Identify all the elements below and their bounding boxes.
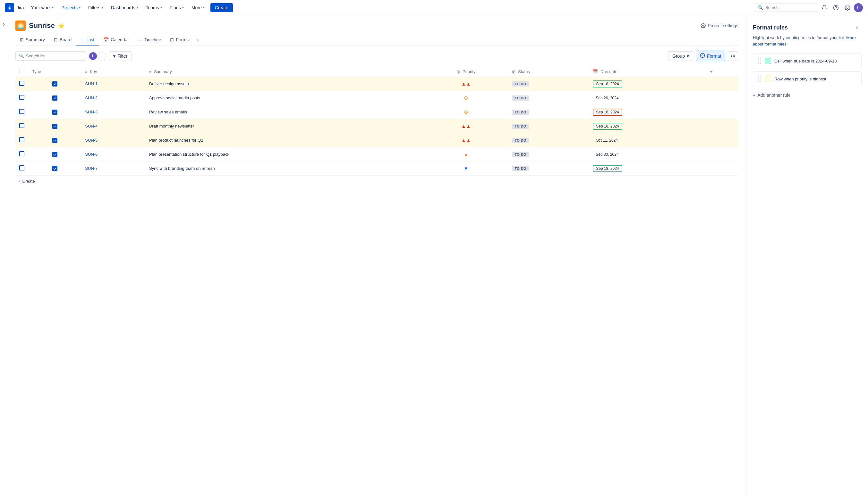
close-panel-button[interactable]: ✕ xyxy=(853,23,862,32)
row-checkbox[interactable] xyxy=(19,151,25,156)
table-row: SUN-2 Approve social media posts ⊝ TO DO… xyxy=(15,91,738,105)
chevron-down-icon: ▾ xyxy=(79,6,80,9)
tab-forms[interactable]: ⊡ Forms xyxy=(165,35,193,46)
issue-key[interactable]: SUN-4 xyxy=(85,124,98,128)
format-icon xyxy=(700,53,705,59)
search-list-input[interactable]: 🔍 Search list xyxy=(15,51,86,61)
row-checkbox[interactable] xyxy=(19,165,25,170)
avatar-group: L + xyxy=(89,51,106,61)
board-tab-icon: ⊟ xyxy=(54,37,58,42)
status-badge: TO DO xyxy=(512,166,529,171)
issue-summary[interactable]: Draft monthly newsletter xyxy=(149,124,194,128)
drag-handle-icon xyxy=(758,76,762,82)
chevron-down-icon: ▾ xyxy=(203,6,205,9)
format-rule[interactable]: Cell when due date is 2024-09-18 xyxy=(753,53,862,68)
add-column-button[interactable]: + xyxy=(706,66,738,77)
format-button[interactable]: Format xyxy=(696,51,725,61)
issue-summary[interactable]: Review sales emails xyxy=(149,110,187,114)
avatar-user1[interactable]: L xyxy=(89,51,98,61)
add-rule-button[interactable]: + Add another rule xyxy=(753,89,791,101)
issue-summary[interactable]: Sync with branding team on refresh xyxy=(149,166,215,171)
due-date: Sep 26, 2024 xyxy=(593,95,621,101)
due-date: Sep 18, 2024 xyxy=(593,165,622,172)
issue-key[interactable]: SUN-5 xyxy=(85,138,98,143)
project-settings-button[interactable]: Project settings xyxy=(701,23,738,28)
issue-key[interactable]: SUN-2 xyxy=(85,95,98,100)
due-date: Oct 11, 2024 xyxy=(593,137,621,143)
nav-more[interactable]: More ▾ xyxy=(188,4,208,12)
chevron-down-icon: ▾ xyxy=(182,6,184,9)
create-button[interactable]: Create xyxy=(210,3,233,12)
logo[interactable]: Jira xyxy=(5,3,24,12)
rule-label: Row when priority is highest xyxy=(774,77,857,81)
issue-type-icon xyxy=(52,152,57,157)
due-date: Sep 18, 2024 xyxy=(593,123,622,130)
add-person-button[interactable]: + xyxy=(98,51,106,61)
star-icon[interactable]: ⭐ xyxy=(58,23,64,29)
format-rule[interactable]: Row when priority is highest xyxy=(753,72,862,86)
nav-projects[interactable]: Projects ▾ xyxy=(58,4,84,12)
forms-tab-icon: ⊡ xyxy=(170,37,174,42)
project-icon: 🌅 xyxy=(15,20,26,31)
row-checkbox[interactable] xyxy=(19,81,25,86)
col-type: Type xyxy=(28,66,81,77)
select-all-checkbox[interactable] xyxy=(19,69,25,74)
priority-icon: ▲▲ xyxy=(461,82,471,87)
group-button[interactable]: Group ▾ xyxy=(668,51,693,61)
issue-summary[interactable]: Plan product launches for Q2 xyxy=(149,138,203,143)
tab-calendar[interactable]: 📅 Calendar xyxy=(99,35,133,46)
status-badge: TO DO xyxy=(512,124,529,129)
priority-icon: ▲▲ xyxy=(461,138,471,143)
nav-dashboards[interactable]: Dashboards ▾ xyxy=(108,4,141,12)
settings-button[interactable] xyxy=(842,3,853,13)
more-options-button[interactable]: ••• xyxy=(728,51,738,61)
main-content: 🌅 Sunrise ⭐ Project settings ⊞ Summary ⊟… xyxy=(8,15,746,496)
format-rules-list: Cell when due date is 2024-09-18 Row whe… xyxy=(753,53,862,86)
issue-summary[interactable]: Approve social media posts xyxy=(149,95,200,100)
nav-teams[interactable]: Teams ▾ xyxy=(143,4,165,12)
plus-icon: + xyxy=(753,93,755,98)
svg-point-1 xyxy=(9,7,10,9)
timeline-tab-icon: — xyxy=(138,37,143,42)
plus-icon: + xyxy=(18,179,20,184)
issue-type-icon xyxy=(52,110,57,115)
issue-key[interactable]: SUN-1 xyxy=(85,81,98,86)
row-checkbox[interactable] xyxy=(19,95,25,100)
issue-summary[interactable]: Deliver design assets xyxy=(149,81,189,86)
help-button[interactable] xyxy=(831,3,841,13)
issue-key[interactable]: SUN-6 xyxy=(85,152,98,157)
nav-plans[interactable]: Plans ▾ xyxy=(166,4,187,12)
filter-button[interactable]: ▾ Filter xyxy=(109,51,132,61)
project-tabs: ⊞ Summary ⊟ Board ··· List 📅 Calendar — … xyxy=(15,35,738,46)
tab-summary[interactable]: ⊞ Summary xyxy=(15,35,49,46)
notifications-button[interactable] xyxy=(819,3,829,13)
nav-your-work[interactable]: Your work ▾ xyxy=(28,4,57,12)
row-checkbox[interactable] xyxy=(19,123,25,128)
format-rules-panel: Format rules ✕ Highlight work by creatin… xyxy=(746,15,868,496)
search-icon: 🔍 xyxy=(758,5,763,10)
list-toolbar: 🔍 Search list L + ▾ Filter Group ▾ For xyxy=(15,51,738,61)
tab-timeline[interactable]: — Timeline xyxy=(133,35,165,46)
user-avatar[interactable]: U xyxy=(854,3,863,12)
col-summary: ≡ Summary xyxy=(145,66,424,77)
logo-text: Jira xyxy=(17,5,24,10)
due-date: Sep 16, 2024 xyxy=(593,109,622,116)
row-checkbox[interactable] xyxy=(19,137,25,142)
status-badge: TO DO xyxy=(512,81,529,87)
issue-key[interactable]: SUN-3 xyxy=(85,110,98,114)
create-issue-row[interactable]: + Create xyxy=(15,175,738,187)
sidebar-toggle[interactable] xyxy=(0,15,8,496)
tab-board[interactable]: ⊟ Board xyxy=(49,35,76,46)
chevron-down-icon: ▾ xyxy=(137,6,138,9)
add-tab-button[interactable]: + xyxy=(193,35,202,45)
issue-summary[interactable]: Plan presentation structure for Q1 playb… xyxy=(149,152,229,157)
nav-filters[interactable]: Filters ▾ xyxy=(85,4,106,12)
issue-type-icon xyxy=(52,95,57,100)
tab-list[interactable]: ··· List xyxy=(76,35,99,46)
search-icon: 🔍 xyxy=(19,53,24,58)
issue-type-icon xyxy=(52,81,57,87)
row-checkbox[interactable] xyxy=(19,109,25,114)
issue-key[interactable]: SUN-7 xyxy=(85,166,98,171)
search-input[interactable]: 🔍 Search xyxy=(754,3,818,12)
svg-point-6 xyxy=(700,53,704,57)
